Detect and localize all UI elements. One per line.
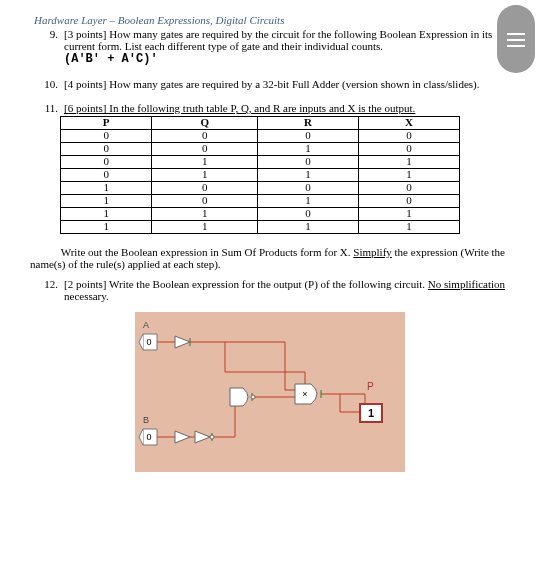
col-X: X (359, 117, 460, 130)
table-cell: 0 (359, 182, 460, 195)
table-row: 1101 (61, 208, 460, 221)
section-title: Hardware Layer – Boolean Expressions, Di… (34, 14, 510, 26)
table-row: 1010 (61, 195, 460, 208)
table-cell: 0 (359, 195, 460, 208)
mult-icon: × (302, 389, 307, 399)
q11-paragraph: Write out the Boolean expression in Sum … (30, 246, 510, 270)
q11-lead: [6 points] In the following truth table … (64, 102, 415, 114)
label-b: B (143, 415, 149, 425)
question-9: 9. [3 points] How many gates are require… (30, 28, 510, 66)
table-row: 0101 (61, 156, 460, 169)
q9-number: 9. (30, 28, 64, 40)
table-cell: 1 (258, 195, 359, 208)
source-a-icon: 0 (139, 334, 157, 350)
table-cell: 1 (152, 221, 258, 234)
circuit-diagram: 0 A 0 B (135, 312, 405, 472)
table-cell: 1 (61, 221, 152, 234)
table-cell: 0 (61, 130, 152, 143)
question-11: 11. [6 points] In the following truth ta… (30, 102, 510, 114)
table-cell: 0 (61, 156, 152, 169)
table-cell: 0 (152, 143, 258, 156)
svg-text:0: 0 (146, 432, 151, 442)
const-1-box: 1 (360, 404, 382, 422)
q12-text-suffix: necessary. (64, 290, 109, 302)
table-cell: 0 (152, 195, 258, 208)
question-12: 12. [2 points] Write the Boolean express… (30, 278, 510, 302)
table-cell: 1 (359, 156, 460, 169)
q12-text-prefix: [2 points] Write the Boolean expression … (64, 278, 428, 290)
table-cell: 1 (258, 169, 359, 182)
drawer-handle[interactable] (497, 5, 535, 73)
table-cell: 1 (152, 208, 258, 221)
table-cell: 1 (61, 182, 152, 195)
table-cell: 0 (258, 130, 359, 143)
q9-text: [3 points] How many gates are required b… (64, 28, 492, 52)
table-cell: 1 (258, 221, 359, 234)
q11-para-prefix: Write out the Boolean expression in Sum … (61, 246, 354, 258)
svg-point-7 (251, 395, 255, 399)
label-p: P (367, 381, 374, 392)
table-cell: 1 (258, 143, 359, 156)
table-cell: 1 (61, 195, 152, 208)
col-P: P (61, 117, 152, 130)
table-row: 1111 (61, 221, 460, 234)
table-cell: 0 (258, 156, 359, 169)
table-cell: 1 (359, 221, 460, 234)
q11-number: 11. (30, 102, 64, 114)
svg-text:1: 1 (368, 407, 374, 419)
q11-para-simplify: Simplify (353, 246, 392, 258)
col-Q: Q (152, 117, 258, 130)
table-header-row: P Q R X (61, 117, 460, 130)
col-R: R (258, 117, 359, 130)
table-cell: 1 (61, 208, 152, 221)
table-row: 0000 (61, 130, 460, 143)
table-cell: 0 (359, 130, 460, 143)
question-10: 10. [4 points] How many gates are requir… (30, 78, 510, 90)
table-cell: 1 (152, 169, 258, 182)
table-row: 1000 (61, 182, 460, 195)
label-a: A (143, 320, 149, 330)
truth-table: P Q R X 00000010010101111000101011011111 (60, 116, 460, 234)
table-row: 0010 (61, 143, 460, 156)
menu-icon (497, 33, 535, 47)
table-cell: 0 (152, 182, 258, 195)
table-cell: 1 (152, 156, 258, 169)
svg-point-6 (210, 435, 214, 439)
table-cell: 0 (61, 169, 152, 182)
table-cell: 0 (258, 208, 359, 221)
table-cell: 0 (359, 143, 460, 156)
svg-text:0: 0 (146, 337, 151, 347)
q12-number: 12. (30, 278, 64, 290)
table-cell: 0 (152, 130, 258, 143)
source-b-icon: 0 (139, 429, 157, 445)
table-cell: 0 (61, 143, 152, 156)
q12-no-simpl: No simplification (428, 278, 505, 290)
q9-expression: (A'B' + A'C)' (64, 52, 158, 66)
table-cell: 0 (258, 182, 359, 195)
q10-text: [4 points] How many gates are required b… (64, 78, 479, 90)
q10-number: 10. (30, 78, 64, 90)
table-cell: 1 (359, 208, 460, 221)
table-cell: 1 (359, 169, 460, 182)
table-row: 0111 (61, 169, 460, 182)
